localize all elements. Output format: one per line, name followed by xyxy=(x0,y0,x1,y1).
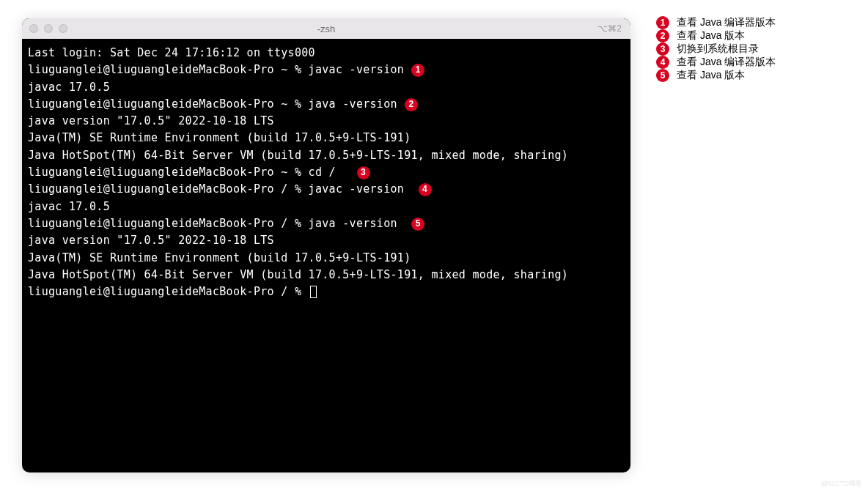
close-button[interactable] xyxy=(29,24,38,33)
traffic-lights xyxy=(29,24,67,33)
terminal-text: liuguanglei@liuguangleideMacBook-Pro ~ %… xyxy=(28,164,350,181)
legend-badge: 3 xyxy=(656,42,669,56)
legend-item: 3切换到系统根目录 xyxy=(656,42,776,56)
cursor-icon xyxy=(310,286,317,298)
legend-badge: 1 xyxy=(656,16,669,29)
annotation-badge: 4 xyxy=(419,183,432,196)
terminal-text: javac 17.0.5 xyxy=(28,199,110,215)
terminal-line: Last login: Sat Dec 24 17:16:12 on ttys0… xyxy=(28,45,625,62)
terminal-line: javac 17.0.5 xyxy=(28,199,625,215)
legend-text: 查看 Java 版本 xyxy=(677,29,745,42)
legend-text: 查看 Java 编译器版本 xyxy=(677,16,776,29)
annotation-badge: 2 xyxy=(405,98,418,111)
terminal-line: java version "17.0.5" 2022-10-18 LTS xyxy=(28,232,625,249)
window-titlebar: -zsh ⌥⌘2 xyxy=(22,18,630,39)
annotation-badge: 5 xyxy=(411,218,424,231)
terminal-text: liuguanglei@liuguangleideMacBook-Pro / %… xyxy=(28,181,411,198)
terminal-prompt-line: liuguanglei@liuguangleideMacBook-Pro / % xyxy=(28,283,625,300)
minimize-button[interactable] xyxy=(44,24,53,33)
terminal-line: Java(TM) SE Runtime Environment (build 1… xyxy=(28,130,625,147)
terminal-text: liuguanglei@liuguangleideMacBook-Pro ~ %… xyxy=(28,62,404,78)
window-shortcut: ⌥⌘2 xyxy=(597,23,622,34)
terminal-text: java version "17.0.5" 2022-10-18 LTS xyxy=(28,113,274,130)
maximize-button[interactable] xyxy=(59,24,67,33)
legend-text: 查看 Java 版本 xyxy=(677,69,745,82)
terminal-line: liuguanglei@liuguangleideMacBook-Pro ~ %… xyxy=(28,62,625,78)
terminal-text: java version "17.0.5" 2022-10-18 LTS xyxy=(28,232,274,249)
legend-badge: 2 xyxy=(656,29,669,42)
terminal-text: Java HotSpot(TM) 64-Bit Server VM (build… xyxy=(28,267,568,283)
terminal-line: liuguanglei@liuguangleideMacBook-Pro ~ %… xyxy=(28,96,625,113)
terminal-line: Java(TM) SE Runtime Environment (build 1… xyxy=(28,250,625,267)
annotation-legend: 1查看 Java 编译器版本2查看 Java 版本3切换到系统根目录4查看 Ja… xyxy=(656,16,776,82)
window-title: -zsh xyxy=(317,23,336,34)
terminal-text: Java(TM) SE Runtime Environment (build 1… xyxy=(28,250,411,267)
terminal-line: liuguanglei@liuguangleideMacBook-Pro / %… xyxy=(28,215,625,232)
terminal-line: java version "17.0.5" 2022-10-18 LTS xyxy=(28,113,625,130)
terminal-text: javac 17.0.5 xyxy=(28,79,110,96)
terminal-text: Java HotSpot(TM) 64-Bit Server VM (build… xyxy=(28,147,568,164)
watermark: @51CTO博客 xyxy=(821,479,862,489)
terminal-line: liuguanglei@liuguangleideMacBook-Pro ~ %… xyxy=(28,164,625,181)
legend-badge: 5 xyxy=(656,69,669,82)
terminal-line: Java HotSpot(TM) 64-Bit Server VM (build… xyxy=(28,267,625,283)
legend-item: 5查看 Java 版本 xyxy=(656,69,776,82)
terminal-text: Java(TM) SE Runtime Environment (build 1… xyxy=(28,130,411,147)
annotation-badge: 1 xyxy=(411,64,424,77)
legend-item: 4查看 Java 编译器版本 xyxy=(656,56,776,69)
legend-item: 1查看 Java 编译器版本 xyxy=(656,16,776,29)
annotation-badge: 3 xyxy=(357,166,370,179)
terminal-line: javac 17.0.5 xyxy=(28,79,625,96)
terminal-text: liuguanglei@liuguangleideMacBook-Pro ~ %… xyxy=(28,96,397,113)
terminal-line: Java HotSpot(TM) 64-Bit Server VM (build… xyxy=(28,147,625,164)
terminal-prompt: liuguanglei@liuguangleideMacBook-Pro / % xyxy=(28,283,309,300)
terminal-line: liuguanglei@liuguangleideMacBook-Pro / %… xyxy=(28,181,625,198)
terminal-text: Last login: Sat Dec 24 17:16:12 on ttys0… xyxy=(28,45,315,62)
terminal-content[interactable]: Last login: Sat Dec 24 17:16:12 on ttys0… xyxy=(22,39,630,306)
terminal-window: -zsh ⌥⌘2 Last login: Sat Dec 24 17:16:12… xyxy=(22,18,630,472)
terminal-text: liuguanglei@liuguangleideMacBook-Pro / %… xyxy=(28,215,404,232)
legend-item: 2查看 Java 版本 xyxy=(656,29,776,42)
legend-badge: 4 xyxy=(656,56,669,69)
legend-text: 切换到系统根目录 xyxy=(677,42,759,56)
legend-text: 查看 Java 编译器版本 xyxy=(677,56,776,69)
